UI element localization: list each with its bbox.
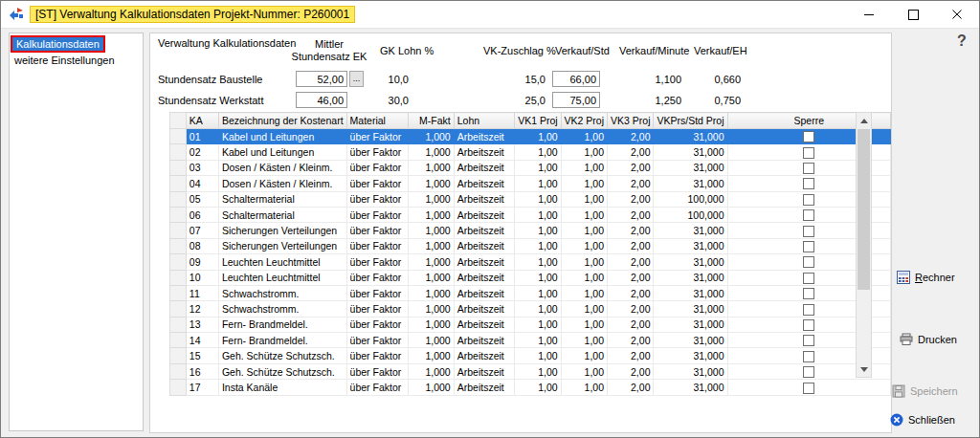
cell[interactable]: 2,00: [608, 160, 654, 175]
cell[interactable]: 1,00: [561, 207, 607, 222]
cell[interactable]: Sicherungen Verteilungen: [218, 238, 346, 253]
cell[interactable]: 1,00: [515, 238, 561, 253]
cell[interactable]: 1,000: [409, 160, 454, 175]
help-button[interactable]: ?: [957, 33, 967, 50]
cell[interactable]: Leuchten Leuchtmittel: [218, 270, 346, 285]
sidebar-item-kalkulationsdaten[interactable]: Kalkulationsdaten: [12, 37, 103, 51]
column-header-lohn[interactable]: Lohn: [454, 113, 514, 129]
cell[interactable]: 10: [186, 270, 218, 285]
cell[interactable]: Arbeitszeit: [454, 285, 514, 300]
cell[interactable]: Arbeitszeit: [454, 207, 514, 222]
cell[interactable]: 2,00: [608, 223, 654, 238]
cell[interactable]: 31,000: [654, 348, 727, 363]
cell[interactable]: Arbeitszeit: [454, 270, 514, 285]
table-row[interactable]: 12Schwachstromm.über Faktor1,000Arbeitsz…: [170, 301, 891, 317]
cell[interactable]: 2,00: [608, 238, 654, 253]
table-row[interactable]: 11Schwachstromm.über Faktor1,000Arbeitsz…: [170, 285, 891, 300]
sperre-checkbox[interactable]: [803, 163, 814, 174]
cell[interactable]: 16: [186, 363, 218, 379]
cell[interactable]: Dosen / Kästen / Kleinm.: [218, 176, 346, 191]
cell[interactable]: 1,000: [409, 144, 454, 160]
cell[interactable]: 1,00: [561, 285, 607, 300]
row-indicator[interactable]: [170, 176, 187, 191]
cell[interactable]: 1,00: [561, 238, 607, 253]
table-row[interactable]: 07Sicherungen Verteilungenüber Faktor1,0…: [170, 223, 891, 238]
cell[interactable]: 1,00: [561, 144, 607, 160]
cell[interactable]: 31,000: [654, 285, 727, 300]
row-indicator[interactable]: [170, 317, 187, 332]
cell[interactable]: über Faktor: [346, 317, 409, 332]
cell[interactable]: 1,000: [409, 301, 454, 317]
cell[interactable]: 31,000: [654, 317, 727, 332]
cell[interactable]: über Faktor: [346, 144, 409, 160]
cell[interactable]: 1,000: [409, 176, 454, 191]
cell[interactable]: 2,00: [608, 144, 654, 160]
table-row[interactable]: 17Insta Kanäleüber Faktor1,000Arbeitszei…: [170, 380, 891, 395]
cell[interactable]: 05: [186, 191, 218, 207]
column-header-m-fakt[interactable]: M-Fakt: [409, 113, 454, 129]
cell[interactable]: über Faktor: [346, 301, 409, 317]
scrollbar-thumb[interactable]: [858, 129, 870, 290]
cell[interactable]: 1,00: [561, 333, 607, 348]
cell[interactable]: 03: [186, 160, 218, 175]
sperre-checkbox[interactable]: [803, 366, 814, 378]
cell[interactable]: 13: [186, 317, 218, 332]
cell[interactable]: 2,00: [608, 285, 654, 300]
cell[interactable]: 1,00: [515, 348, 561, 363]
cell[interactable]: Fern- Brandmeldel.: [218, 317, 346, 332]
cell[interactable]: Insta Kanäle: [218, 380, 346, 395]
cell[interactable]: 1,00: [561, 317, 607, 332]
cell[interactable]: 1,00: [561, 176, 607, 191]
cell[interactable]: über Faktor: [346, 270, 409, 285]
cell[interactable]: Sicherungen Verteilungen: [218, 223, 346, 238]
cell[interactable]: 1,00: [561, 254, 607, 270]
sperre-checkbox[interactable]: [803, 209, 814, 221]
row-indicator[interactable]: [170, 144, 187, 160]
cell[interactable]: 1,000: [409, 129, 454, 144]
row-indicator[interactable]: [170, 348, 187, 363]
cell[interactable]: über Faktor: [346, 380, 409, 395]
column-header-vkprs-std-proj[interactable]: VKPrs/Std Proj: [654, 113, 727, 129]
cell[interactable]: 1,000: [409, 348, 454, 363]
scroll-down-button[interactable]: [857, 361, 871, 377]
cell[interactable]: 1,00: [515, 254, 561, 270]
input-ek-werkstatt[interactable]: [296, 92, 347, 108]
cell[interactable]: 31,000: [654, 176, 727, 191]
table-row[interactable]: 05Schaltermaterialüber Faktor1,000Arbeit…: [170, 191, 891, 207]
cell[interactable]: 1,000: [409, 223, 454, 238]
sperre-checkbox[interactable]: [803, 351, 814, 362]
cell[interactable]: Arbeitszeit: [454, 380, 514, 395]
cell[interactable]: 1,00: [515, 223, 561, 238]
cell[interactable]: Kabel und Leitungen: [218, 129, 346, 144]
cell[interactable]: 2,00: [608, 254, 654, 270]
rechner-button[interactable]: Rechner: [897, 271, 955, 284]
cell[interactable]: 1,000: [409, 270, 454, 285]
cell[interactable]: 1,000: [409, 285, 454, 300]
cell[interactable]: 1,00: [515, 363, 561, 379]
cell[interactable]: 31,000: [654, 301, 727, 317]
sperre-checkbox[interactable]: [803, 288, 814, 299]
cell[interactable]: Arbeitszeit: [454, 363, 514, 379]
row-indicator[interactable]: [170, 191, 187, 207]
cell[interactable]: über Faktor: [346, 285, 409, 300]
cell[interactable]: Schwachstromm.: [218, 285, 346, 300]
cell[interactable]: Kabel und Leitungen: [218, 144, 346, 160]
cell[interactable]: über Faktor: [346, 207, 409, 222]
vertical-scrollbar[interactable]: [856, 112, 872, 378]
sperre-checkbox[interactable]: [803, 383, 814, 394]
cell[interactable]: Geh. Schütze Schutzsch.: [218, 363, 346, 379]
table-row[interactable]: 10Leuchten Leuchtmittelüber Faktor1,000A…: [170, 270, 891, 285]
cell[interactable]: 15: [186, 348, 218, 363]
cell[interactable]: 1,000: [409, 317, 454, 332]
cell[interactable]: über Faktor: [346, 223, 409, 238]
row-indicator[interactable]: [170, 223, 187, 238]
row-indicator[interactable]: [170, 254, 187, 270]
cell[interactable]: über Faktor: [346, 191, 409, 207]
table-row[interactable]: 15Geh. Schütze Schutzsch.über Faktor1,00…: [170, 348, 891, 363]
cell[interactable]: über Faktor: [346, 129, 409, 144]
sidebar-item-weitere-einstellungen[interactable]: weitere Einstellungen: [10, 53, 143, 68]
minimize-button[interactable]: [847, 1, 891, 28]
cell[interactable]: 12: [186, 301, 218, 317]
cell[interactable]: 14: [186, 333, 218, 348]
cell[interactable]: über Faktor: [346, 333, 409, 348]
